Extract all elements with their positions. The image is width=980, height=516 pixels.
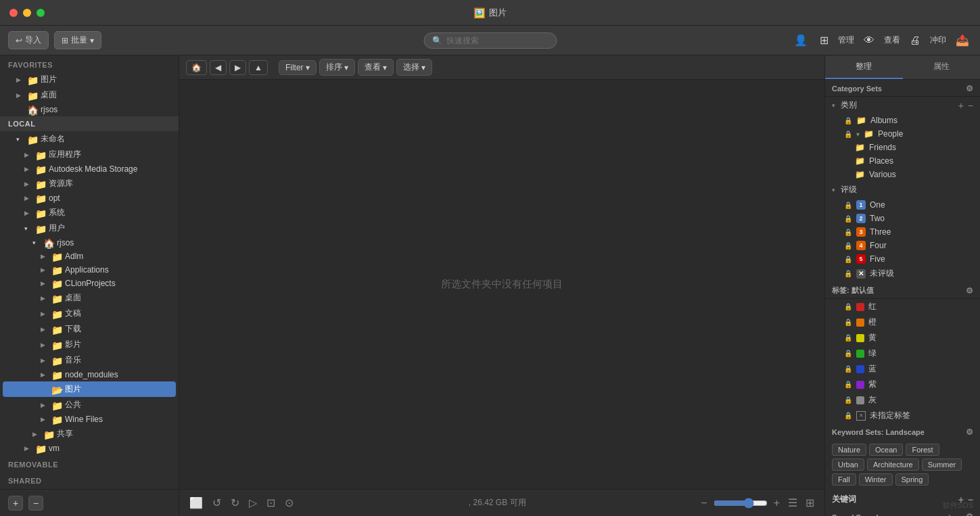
- rp-item-orange[interactable]: 🔒 橙: [825, 314, 980, 330]
- zoom-out-icon[interactable]: −: [699, 495, 709, 511]
- sidebar-item-winefiles[interactable]: ▶ 📁 Wine Files: [3, 413, 176, 426]
- keywords-remove-icon[interactable]: −: [968, 494, 973, 505]
- user-icon[interactable]: 👤: [791, 31, 810, 49]
- sidebar-item-nodemodules[interactable]: ▶ 📁 node_modules: [3, 368, 176, 381]
- sidebar-item-public[interactable]: ▶ 📁 公共: [3, 397, 176, 413]
- zoom-slider[interactable]: [714, 498, 768, 509]
- rp-item-gray[interactable]: 🔒 灰: [825, 392, 980, 408]
- eye-icon[interactable]: 👁: [861, 32, 877, 49]
- sidebar-item-downloads[interactable]: ▶ 📁 下载: [3, 321, 176, 337]
- sidebar-item-pictures[interactable]: ▶ 📁 图片: [3, 72, 176, 87]
- sidebar-item-opt[interactable]: ▶ 📁 opt: [3, 191, 176, 205]
- sidebar-item-applications[interactable]: ▶ 📁 Applications: [3, 263, 176, 277]
- sidebar-item-documents[interactable]: ▶ 📁 文稿: [3, 306, 176, 321]
- sidebar-item-rjsos-fav[interactable]: 🏠 rjsos: [3, 103, 176, 116]
- sidebar-item-desktop[interactable]: ▶ 📁 桌面: [3, 87, 176, 103]
- rp-item-yellow[interactable]: 🔒 黄: [825, 330, 980, 346]
- tab-organize[interactable]: 整理: [825, 55, 903, 79]
- rp-item-places[interactable]: 📁 Places: [825, 154, 980, 168]
- keyword-spring[interactable]: Spring: [895, 473, 929, 486]
- sidebar-item-apps[interactable]: ▶ 📁 应用程序: [3, 147, 176, 162]
- rp-item-five[interactable]: 🔒 5 Five: [825, 252, 980, 266]
- home-button[interactable]: 🏠: [186, 60, 207, 75]
- rp-item-people[interactable]: 🔒 ▾ 📁 People: [825, 127, 980, 141]
- sidebar-item-clion[interactable]: ▶ 📁 CLionProjects: [3, 277, 176, 290]
- keyword-nature[interactable]: Nature: [832, 444, 866, 456]
- saved-searches-add-icon[interactable]: +: [947, 512, 952, 516]
- sidebar-item-music[interactable]: ▶ 📁 音乐: [3, 352, 176, 368]
- sidebar-item-users[interactable]: ▾ 📁 用户: [3, 220, 176, 236]
- share-footer-icon[interactable]: ⊡: [264, 494, 277, 511]
- sidebar-item-unnamed[interactable]: ▾ 📁 未命名: [3, 131, 176, 147]
- sidebar-add-button[interactable]: +: [8, 496, 23, 511]
- print-label[interactable]: 冲印: [930, 34, 946, 46]
- rp-item-untagged[interactable]: 🔒 ✕ 未指定标签: [825, 408, 980, 423]
- keyword-sets-gear-icon[interactable]: ⚙: [966, 427, 973, 437]
- sidebar-item-adlm[interactable]: ▶ 📁 Adlm: [3, 250, 176, 263]
- filter-button[interactable]: Filter ▾: [279, 60, 317, 75]
- keyword-ocean[interactable]: Ocean: [869, 444, 903, 456]
- rotate-left-icon[interactable]: ↺: [210, 494, 223, 511]
- keywords-add-icon[interactable]: +: [958, 494, 964, 505]
- new-folder-icon[interactable]: ⬜: [187, 494, 205, 511]
- rp-item-unrated[interactable]: 🔒 ✕ 未评级: [825, 266, 980, 281]
- up-button[interactable]: ▲: [249, 60, 268, 75]
- rating-header[interactable]: ▾ 评级: [825, 181, 980, 198]
- rp-item-one[interactable]: 🔒 1 One: [825, 198, 980, 212]
- keyword-fall[interactable]: Fall: [832, 473, 856, 486]
- sidebar-item-resources[interactable]: ▶ 📁 资源库: [3, 176, 176, 191]
- rp-item-blue[interactable]: 🔒 蓝: [825, 361, 980, 377]
- rp-item-purple[interactable]: 🔒 紫: [825, 377, 980, 392]
- batch-button[interactable]: ⊞ 批量 ▾: [54, 31, 101, 49]
- rp-item-various[interactable]: 📁 Various: [825, 168, 980, 181]
- share-icon[interactable]: 📤: [953, 31, 972, 49]
- rp-item-albums[interactable]: 🔒 📁 Albums: [825, 114, 980, 127]
- grid-icon[interactable]: ⊞: [817, 31, 831, 49]
- saved-searches-gear-icon[interactable]: ⚙: [966, 512, 973, 516]
- list-view-icon[interactable]: ☰: [786, 494, 799, 511]
- window-controls[interactable]: [9, 9, 45, 17]
- sidebar-item-autodesk[interactable]: ▶ 📁 Autodesk Media Storage: [3, 162, 176, 176]
- rp-item-four[interactable]: 🔒 4 Four: [825, 239, 980, 252]
- search-input[interactable]: [446, 36, 548, 45]
- tab-properties[interactable]: 属性: [903, 55, 981, 79]
- import-button[interactable]: ↩ 导入: [8, 31, 49, 49]
- print-icon[interactable]: 🖨: [907, 32, 923, 49]
- grid-view-icon[interactable]: ⊞: [803, 494, 816, 511]
- minimize-button[interactable]: [23, 9, 31, 17]
- rp-item-three[interactable]: 🔒 3 Three: [825, 225, 980, 239]
- view-button[interactable]: 查看 ▾: [358, 59, 394, 76]
- keyword-summer[interactable]: Summer: [922, 459, 962, 471]
- rp-item-friends[interactable]: 📁 Friends: [825, 141, 980, 154]
- export-icon[interactable]: ⊙: [283, 494, 296, 511]
- zoom-in-icon[interactable]: +: [772, 495, 782, 511]
- play-icon[interactable]: ▷: [247, 494, 259, 511]
- sidebar-item-pictures2[interactable]: 📂 图片: [3, 381, 176, 397]
- sidebar-item-share[interactable]: ▶ 📁 共享: [3, 426, 176, 442]
- keyword-urban[interactable]: Urban: [832, 459, 864, 471]
- gear-icon[interactable]: ⚙: [966, 84, 973, 93]
- forward-button[interactable]: ▶: [229, 60, 246, 75]
- category-remove-icon[interactable]: −: [968, 100, 973, 111]
- sidebar-item-vm[interactable]: ▶ 📁 vm: [3, 442, 176, 455]
- close-button[interactable]: [9, 9, 18, 17]
- back-button[interactable]: ◀: [210, 60, 227, 75]
- category-add-icon[interactable]: +: [958, 100, 964, 111]
- keyword-architecture[interactable]: Architecture: [867, 459, 919, 471]
- rp-item-red[interactable]: 🔒 红: [825, 299, 980, 314]
- rp-item-green[interactable]: 🔒 绿: [825, 346, 980, 361]
- keyword-winter[interactable]: Winter: [859, 473, 893, 486]
- sidebar-item-system[interactable]: ▶ 📁 系统: [3, 205, 176, 220]
- maximize-button[interactable]: [37, 9, 45, 17]
- manage-label[interactable]: 管理: [838, 34, 854, 46]
- select-button[interactable]: 选择 ▾: [396, 59, 432, 76]
- sidebar-item-movies[interactable]: ▶ 📁 影片: [3, 337, 176, 352]
- saved-searches-remove-icon[interactable]: −: [956, 512, 962, 516]
- rotate-right-icon[interactable]: ↻: [229, 494, 241, 511]
- sidebar-item-desktop2[interactable]: ▶ 📁 桌面: [3, 290, 176, 306]
- sort-button[interactable]: 排序 ▾: [319, 59, 355, 76]
- keyword-forest[interactable]: Forest: [906, 444, 939, 456]
- tags-gear-icon[interactable]: ⚙: [966, 286, 973, 296]
- sidebar-remove-button[interactable]: −: [28, 496, 43, 511]
- view-label[interactable]: 查看: [884, 34, 900, 46]
